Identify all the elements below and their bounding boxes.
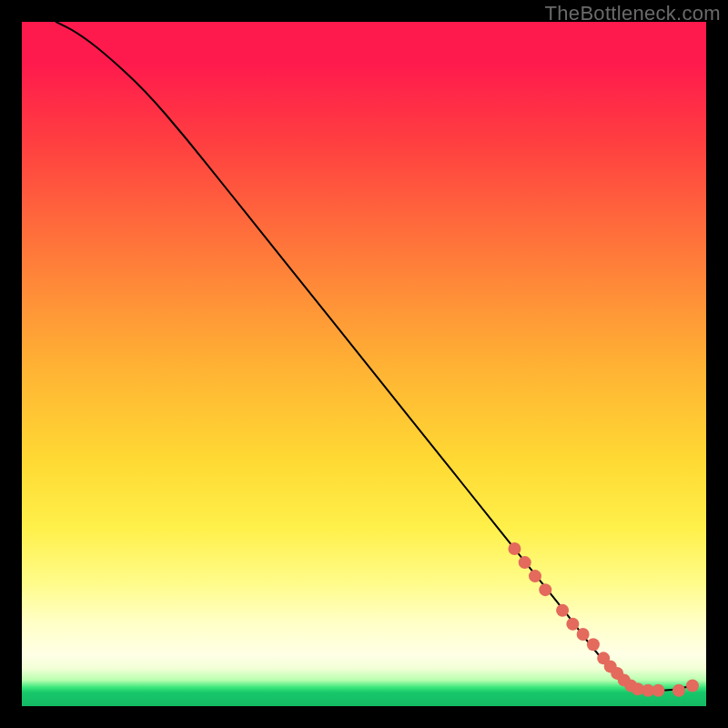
marker-dot — [587, 638, 600, 651]
marker-dot — [529, 570, 541, 582]
marker-dot — [519, 556, 531, 569]
curve-line — [56, 22, 693, 691]
marker-group — [508, 542, 699, 697]
marker-dot — [652, 684, 664, 697]
marker-dot — [686, 679, 699, 692]
chart-frame — [22, 22, 706, 706]
marker-dot — [672, 684, 685, 697]
marker-dot — [566, 618, 579, 631]
chart-svg — [22, 22, 706, 706]
plot-area — [22, 22, 706, 706]
marker-dot — [539, 583, 551, 596]
marker-dot — [556, 604, 569, 617]
marker-dot — [577, 628, 590, 641]
marker-dot — [508, 542, 521, 555]
